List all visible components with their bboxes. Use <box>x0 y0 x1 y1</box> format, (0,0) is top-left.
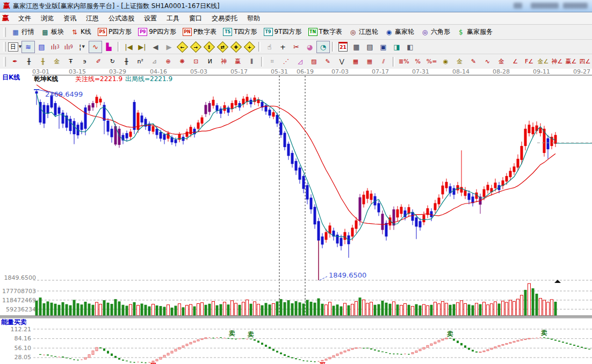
t-square-icon: TS <box>223 28 232 36</box>
toolbar-button-T四方形[interactable]: TST四方形 <box>220 26 260 38</box>
draw-tool-3-icon[interactable]: 金 <box>50 55 64 68</box>
menu-item-资讯[interactable]: 资讯 <box>59 13 81 24</box>
menu-item-文件[interactable]: 文件 <box>13 13 36 24</box>
view-calendar-21-icon[interactable]: 21 <box>336 41 350 53</box>
toolbar-button-行情[interactable]: ▦行情 <box>8 26 38 38</box>
toolbar-button-9T四方形[interactable]: T99T四方形 <box>261 26 305 38</box>
view-save-icon[interactable]: ▣ <box>377 41 390 53</box>
view-net-upload-icon[interactable]: ◧ <box>403 41 417 53</box>
view-diamond-left-icon[interactable]: ← <box>176 41 189 53</box>
draw-tool-41-icon[interactable]: 赢∠ <box>564 55 578 68</box>
toolbar-button-板块[interactable]: ▩板块 <box>38 26 67 38</box>
draw-tool-16-icon[interactable]: 赢 <box>231 55 245 68</box>
draw-tool-1-icon[interactable]: ╫ <box>22 55 36 68</box>
draw-tool-23-icon[interactable]: ✎ <box>321 55 335 68</box>
candle <box>464 191 467 196</box>
view-calculator-icon[interactable]: ▦ <box>350 41 363 53</box>
draw-tool-30-icon[interactable]: % <box>411 55 425 68</box>
toolbar-button-赢家服务[interactable]: $赢家服务 <box>453 26 496 38</box>
view-diamond-center-icon[interactable]: + <box>243 41 256 53</box>
menu-item-工具[interactable]: 工具 <box>162 13 184 24</box>
view-next-icon[interactable]: ▶ <box>162 41 176 53</box>
view-trend-mode-icon[interactable]: ≋ <box>21 41 35 53</box>
view-mind-pink-icon[interactable]: ◕ <box>303 41 316 53</box>
view-last-page-icon[interactable]: ▶| <box>135 41 149 53</box>
view-info-panel-icon[interactable]: ▤ <box>35 41 48 53</box>
draw-tool-0-icon[interactable]: ✒ <box>8 55 22 68</box>
view-bars-9-icon[interactable]: ılı9 <box>62 41 75 53</box>
toolbar-button-江恩轮[interactable]: ◎江恩轮 <box>345 26 381 38</box>
view-period-selector-icon[interactable]: 日▼ <box>8 41 21 53</box>
draw-tool-17-icon[interactable]: ⫼ <box>245 55 259 68</box>
toolbar-button-P数字表[interactable]: PNP数字表 <box>179 26 220 38</box>
draw-tool-24-icon[interactable]: ⋁ <box>335 55 349 68</box>
view-zigzag-icon[interactable]: ∿ <box>89 41 102 53</box>
draw-tool-26-icon[interactable]: ▦ <box>363 55 377 68</box>
toolbar-button-T数字表[interactable]: TNT数字表 <box>305 26 345 38</box>
draw-tool-7-icon[interactable]: ↻ <box>105 55 119 68</box>
view-diamond-right-icon[interactable]: → <box>189 41 203 53</box>
view-crosshair-tool-icon[interactable]: + <box>276 41 290 53</box>
draw-tool-12-icon[interactable]: ❋ <box>175 55 189 68</box>
view-single-candle-icon[interactable]: ¦▼ <box>75 41 89 53</box>
menu-item-帮助[interactable]: 帮助 <box>242 13 265 24</box>
draw-tool-29-icon[interactable]: ≣% <box>397 55 411 68</box>
draw-tool-34-icon[interactable]: ✎ <box>466 55 480 68</box>
toolbar-button-赢家轮[interactable]: ◉赢家轮 <box>381 26 417 38</box>
draw-tool-39-icon[interactable]: 金∠ <box>536 55 550 68</box>
draw-tool-21-icon[interactable]: ◿ <box>293 55 307 68</box>
kline-chart-svg[interactable]: 03-0103-1503-2904-1605-0305-1705-3106-19… <box>0 69 592 364</box>
view-cut-tool-icon[interactable]: ✂ <box>290 41 303 53</box>
draw-tool-37-icon[interactable]: ∠ <box>508 55 522 68</box>
menu-item-公式选股[interactable]: 公式选股 <box>104 13 139 24</box>
draw-tool-35-icon[interactable]: ∿ <box>480 55 494 68</box>
view-notes-icon[interactable]: ▤ <box>363 41 377 53</box>
draw-tool-27-icon[interactable]: ⫽ <box>377 55 391 68</box>
view-first-page-icon[interactable]: |◀ <box>122 41 135 53</box>
view-hand-tool-icon[interactable]: ☝ <box>263 41 276 53</box>
draw-tool-13-icon[interactable]: ⊡ <box>189 55 203 68</box>
draw-tool-32-icon[interactable]: ◉ <box>439 55 453 68</box>
draw-tool-9-icon[interactable]: n² <box>133 55 147 68</box>
draw-tool-4-icon[interactable]: Ŧ <box>64 55 78 68</box>
toolbar-button-9P四方形[interactable]: P99P四方形 <box>135 26 179 38</box>
toolbar-button-六角形[interactable]: ◎六角形 <box>417 26 453 38</box>
chart-area[interactable]: 03-0103-1503-2904-1605-0305-1705-3106-19… <box>0 69 592 364</box>
view-diamond-vert-icon[interactable]: ↕ <box>203 41 216 53</box>
view-histogram-icon[interactable]: ▙ <box>102 41 115 53</box>
draw-tool-19-icon[interactable]: ⌗ <box>265 55 279 68</box>
menu-item-浏览[interactable]: 浏览 <box>36 13 59 24</box>
draw-tool-42-icon[interactable]: 四∠ <box>578 55 592 68</box>
menu-item-江恩[interactable]: 江恩 <box>81 13 104 24</box>
draw-tool-8-icon[interactable]: ╫ <box>119 55 133 68</box>
view-diamond-swap-icon[interactable]: ⇄ <box>216 41 229 53</box>
view-diamond-expand-icon[interactable]: ✚ <box>229 41 243 53</box>
menu-item-设置[interactable]: 设置 <box>139 13 162 24</box>
draw-tool-38-icon[interactable]: F∠ <box>522 55 536 68</box>
draw-tool-20-icon[interactable]: ⋰ <box>279 55 293 68</box>
draw-tool-14-icon[interactable]: И <box>203 55 217 68</box>
draw-tool-25-icon[interactable]: ▦ <box>349 55 363 68</box>
draw-tool-36-icon[interactable]: 金 <box>494 55 508 68</box>
menu-item-交易委托[interactable]: 交易委托 <box>207 13 242 24</box>
toolbar-button-P四方形[interactable]: PSP四方形 <box>95 26 135 38</box>
volume-bar <box>201 303 204 316</box>
volume-bar <box>502 301 504 316</box>
draw-tool-15-icon[interactable]: 神 <box>217 55 231 68</box>
draw-tool-40-icon[interactable]: 神∠ <box>550 55 564 68</box>
view-prev-icon[interactable]: ◀ <box>149 41 162 53</box>
view-net-download-icon[interactable]: ◨ <box>390 41 403 53</box>
draw-tool-22-icon[interactable]: ▨ <box>307 55 321 68</box>
draw-tool-5-icon[interactable]: ϶ <box>78 55 92 68</box>
draw-tool-31-icon[interactable]: %= <box>425 55 439 68</box>
draw-tool-6-icon[interactable]: ✐ <box>92 55 106 68</box>
menu-item-窗口[interactable]: 窗口 <box>184 13 207 24</box>
draw-tool-2-icon[interactable]: ╫ <box>36 55 50 68</box>
view-mind-teal-icon[interactable]: ◔ <box>316 41 330 53</box>
draw-tool-33-icon[interactable]: 金 <box>453 55 467 68</box>
view-bars-3-icon[interactable]: ılı3 <box>48 41 62 53</box>
draw-tool-10-icon[interactable]: ⊿ <box>147 55 161 68</box>
volume-bar <box>524 290 527 316</box>
toolbar-button-K线[interactable]: ⇅K线 <box>67 26 95 38</box>
draw-tool-11-icon[interactable]: ⊕ <box>161 55 175 68</box>
